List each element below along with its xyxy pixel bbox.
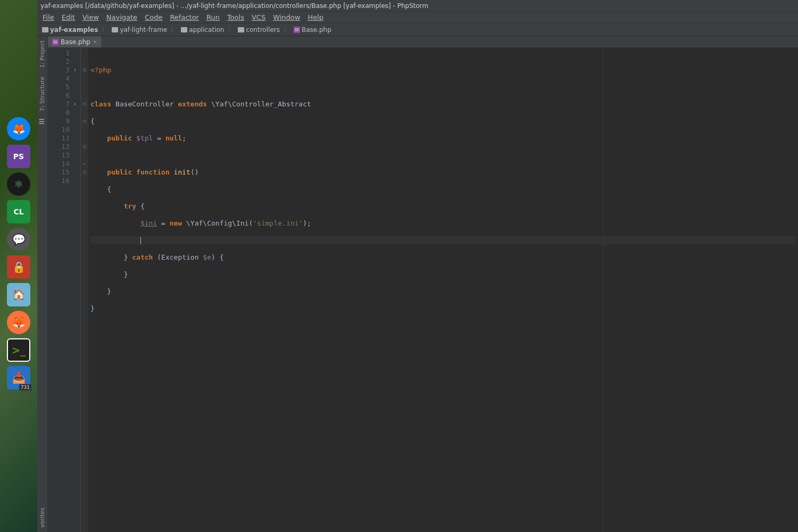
code-token: null [165, 134, 182, 142]
line-number: 10 [50, 126, 70, 134]
fold-toggle-icon[interactable]: ⊟ [81, 143, 88, 151]
menu-navigate-label: Navigate [106, 13, 137, 21]
dock-trash-icon[interactable]: 📥 731 [7, 366, 30, 389]
php-file-icon [52, 39, 59, 45]
code-editor[interactable]: 1 2 3 4 5 6 7 8 9 10 11 12 13 14 15 16 [48, 48, 798, 532]
desktop-dock: 🦊 PS ⚛ CL 💬 🔒 🏠 🦊 >_ 📥 731 [0, 0, 37, 532]
dock-lock-icon[interactable]: 🔒 [7, 255, 30, 279]
menu-file[interactable]: File [39, 12, 57, 22]
line-number: 4 [50, 74, 70, 83]
tool-sidebar-left: 1: Project 7: Structure ☰ vorites [37, 36, 48, 532]
tool-structure[interactable]: 7: Structure [38, 72, 47, 115]
right-margin-guide [603, 48, 604, 532]
code-token: ( [157, 253, 161, 261]
text-cursor [140, 237, 141, 244]
dock-badge: 731 [19, 384, 31, 390]
override-marker-icon[interactable]: ⬇ [71, 100, 79, 109]
code-token: $ini [140, 219, 157, 227]
fold-toggle-icon[interactable]: ⊟ [81, 117, 88, 126]
code-token: { [90, 117, 95, 125]
menu-code[interactable]: Code [142, 12, 165, 22]
ide-body: 1: Project 7: Structure ☰ vorites Base.p… [37, 36, 798, 532]
breadcrumb-sep: 〉 [102, 25, 108, 34]
code-token: ; [307, 219, 311, 227]
breadcrumb-sep: 〉 [228, 25, 234, 34]
code-token: public [107, 134, 132, 142]
menu-navigate[interactable]: Navigate [103, 12, 140, 22]
line-number: 13 [50, 151, 70, 160]
menu-tools[interactable]: Tools [224, 12, 247, 22]
code-token: \Yaf\Config\Ini [186, 219, 248, 227]
fold-toggle-icon[interactable]: ⊟ [81, 168, 88, 177]
menu-edit[interactable]: Edit [59, 12, 78, 22]
tab-base-php[interactable]: Base.php × [48, 36, 102, 47]
menubar: File Edit View Navigate Code Refactor Ru… [37, 12, 798, 23]
dock-firefox-dev-icon[interactable]: 🦊 [7, 117, 30, 140]
dock-phpstorm-icon[interactable]: PS [7, 145, 30, 168]
menu-run[interactable]: Run [203, 12, 223, 22]
tool-project[interactable]: 1: Project [38, 36, 47, 72]
code-content[interactable]: <?php class BaseController extends \Yaf\… [88, 48, 798, 532]
breadcrumb-2-label: application [189, 26, 224, 34]
code-token: catch [132, 253, 153, 261]
menu-window-label: Window [273, 13, 300, 21]
menu-help[interactable]: Help [304, 12, 327, 22]
fold-gutter: ⊟ ⊟ ⊟ ⊟ ▸ ⊟ [81, 48, 88, 532]
fold-toggle-icon[interactable]: ⊟ [81, 100, 88, 109]
folder-icon [181, 27, 187, 32]
breadcrumb-sep: 〉 [284, 25, 290, 34]
menu-view[interactable]: View [79, 12, 102, 22]
code-token: $tpl [136, 134, 153, 142]
dock-firefox-icon[interactable]: 🦊 [7, 311, 30, 334]
code-token: } [107, 287, 111, 295]
line-number: 1 [50, 49, 70, 57]
line-number: 16 [50, 177, 70, 185]
code-token: BaseController [115, 100, 174, 108]
code-token: } [124, 270, 128, 278]
code-token: () [190, 168, 199, 176]
menu-window[interactable]: Window [270, 12, 303, 22]
line-number: 14 [50, 160, 70, 168]
menu-tools-label: Tools [227, 13, 244, 21]
menu-refactor[interactable]: Refactor [167, 12, 202, 22]
override-marker-icon[interactable]: ⬇ [71, 66, 79, 74]
close-icon[interactable]: × [93, 38, 97, 45]
menu-view-label: View [82, 13, 99, 21]
code-token: { [220, 253, 224, 261]
breadcrumb-1[interactable]: yaf-light-frame [110, 26, 169, 34]
dock-chat-icon[interactable]: 💬 [7, 228, 30, 251]
fold-toggle-icon[interactable]: ⊟ [81, 66, 88, 74]
line-number: 8 [50, 109, 70, 117]
code-token: public [107, 168, 132, 176]
breadcrumb-sep: 〉 [171, 25, 177, 34]
breadcrumb-1-label: yaf-light-frame [120, 26, 167, 34]
tool-favorites[interactable]: vorites [38, 503, 47, 532]
line-number: 6 [50, 92, 70, 100]
code-token: } [90, 304, 95, 312]
line-number: 15 [50, 168, 70, 177]
window-titlebar[interactable]: yaf-examples [/data/github/yaf-examples]… [37, 0, 798, 12]
code-token: ) [303, 219, 307, 227]
line-number: 2 [50, 57, 70, 66]
code-token: $e [203, 253, 211, 261]
line-number-gutter: 1 2 3 4 5 6 7 8 9 10 11 12 13 14 15 16 [48, 48, 81, 532]
line-number: 11 [50, 134, 70, 143]
breadcrumb-2[interactable]: application [179, 26, 226, 34]
php-file-icon [294, 27, 300, 33]
breadcrumb-3[interactable]: controllers [236, 26, 281, 34]
breadcrumb-root[interactable]: yaf-examples [40, 26, 99, 34]
dock-atom-icon[interactable]: ⚛ [7, 172, 30, 196]
dock-terminal-icon[interactable]: >_ [7, 338, 30, 362]
dock-files-icon[interactable]: 🏠 [7, 283, 30, 306]
code-token: ) [211, 253, 215, 261]
code-token: ; [182, 134, 186, 142]
structure-icon[interactable]: ☰ [39, 118, 46, 125]
line-number: 12 [50, 143, 70, 151]
line-number: 5 [50, 83, 70, 92]
breadcrumb-file[interactable]: Base.php [292, 26, 333, 34]
code-token: 'simple.ini' [253, 219, 303, 227]
ide-window: yaf-examples [/data/github/yaf-examples]… [37, 0, 798, 532]
menu-vcs[interactable]: VCS [248, 12, 269, 22]
breadcrumb: yaf-examples 〉 yaf-light-frame 〉 applica… [37, 23, 798, 36]
dock-clion-icon[interactable]: CL [7, 200, 30, 223]
